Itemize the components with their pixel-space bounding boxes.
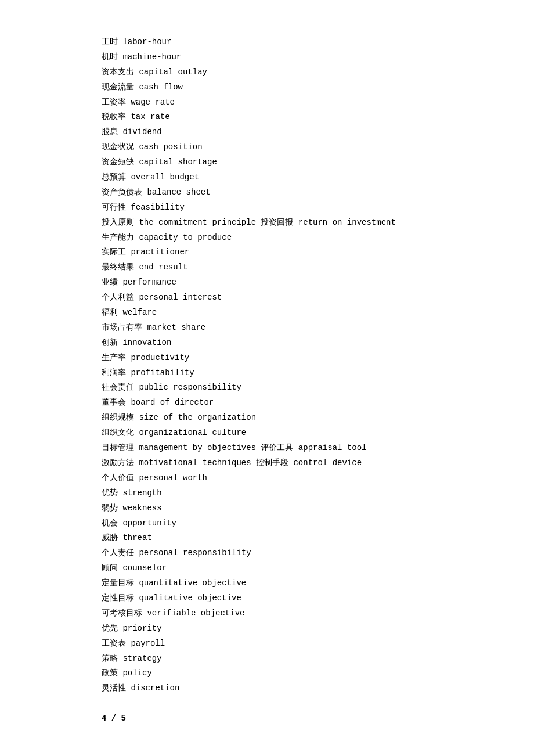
list-item: 个人价值 personal worth (102, 471, 432, 486)
list-item: 董事会 board of director (102, 395, 432, 411)
list-item: 生产率 productivity (102, 351, 432, 366)
list-item: 投入原则 the commitment principle 投资回报 retur… (102, 215, 432, 231)
list-item: 可考核目标 verifiable objective (102, 606, 432, 621)
list-item: 实际工 practitioner (102, 245, 432, 260)
list-item: 资金短缺 capital shortage (102, 155, 432, 170)
list-item: 机时 machine-hour (102, 50, 432, 65)
list-item: 政策 policy (102, 666, 432, 681)
list-item: 工资表 payroll (102, 636, 432, 651)
list-item: 福利 welfare (102, 305, 432, 321)
list-item: 现金流量 cash flow (102, 80, 432, 95)
list-item: 优先 priority (102, 621, 432, 636)
list-item: 创新 innovation (102, 336, 432, 351)
main-content: 工时 labor-hour机时 machine-hour资本支出 capital… (0, 0, 534, 756)
list-item: 灵活性 discretion (102, 681, 432, 696)
list-item: 利润率 profitability (102, 366, 432, 381)
list-item: 社会责任 public responsibility (102, 380, 432, 395)
page-footer: 4 / 5 (102, 714, 432, 723)
list-item: 定性目标 qualitative objective (102, 591, 432, 606)
list-item: 策略 strategy (102, 651, 432, 667)
list-item: 工时 labor-hour (102, 35, 432, 50)
list-item: 个人责任 personal responsibility (102, 546, 432, 561)
list-item: 组织规模 size of the organization (102, 411, 432, 426)
list-item: 税收率 tax rate (102, 110, 432, 125)
list-item: 工资率 wage rate (102, 95, 432, 110)
list-item: 资产负债表 balance sheet (102, 185, 432, 200)
list-item: 目标管理 management by objectives 评价工具 appra… (102, 441, 432, 456)
pagination: 4 / 5 (102, 714, 126, 723)
vocabulary-list: 工时 labor-hour机时 machine-hour资本支出 capital… (102, 35, 432, 696)
list-item: 可行性 feasibility (102, 200, 432, 215)
list-item: 优势 strength (102, 486, 432, 501)
list-item: 业绩 performance (102, 275, 432, 290)
list-item: 现金状况 cash position (102, 140, 432, 155)
list-item: 总预算 overall budget (102, 170, 432, 185)
list-item: 定量目标 quantitative objective (102, 576, 432, 591)
list-item: 机会 opportunity (102, 516, 432, 531)
list-item: 股息 dividend (102, 125, 432, 140)
list-item: 资本支出 capital outlay (102, 65, 432, 80)
list-item: 生产能力 capacity to produce (102, 231, 432, 246)
list-item: 组织文化 organizational culture (102, 426, 432, 441)
list-item: 个人利益 personal interest (102, 290, 432, 305)
list-item: 威胁 threat (102, 531, 432, 546)
list-item: 最终结果 end result (102, 260, 432, 275)
list-item: 激励方法 motivational techniques 控制手段 contro… (102, 456, 432, 471)
list-item: 顾问 counselor (102, 561, 432, 576)
list-item: 市场占有率 market share (102, 321, 432, 336)
list-item: 弱势 weakness (102, 501, 432, 516)
